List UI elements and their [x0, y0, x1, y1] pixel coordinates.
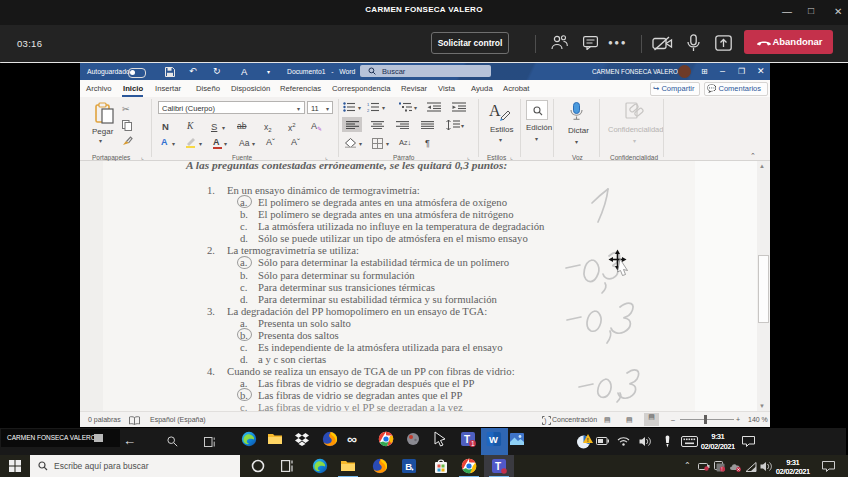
svg-text:W: W — [489, 434, 498, 445]
svg-text:): ) — [544, 417, 546, 425]
svg-text:1: 1 — [471, 440, 475, 447]
svg-text:1: 1 — [367, 102, 370, 107]
svg-text:!: ! — [721, 467, 722, 472]
svg-text:T: T — [495, 461, 501, 472]
svg-text:!: ! — [587, 437, 589, 443]
svg-text:B: B — [405, 461, 412, 472]
svg-text:2: 2 — [367, 108, 370, 113]
